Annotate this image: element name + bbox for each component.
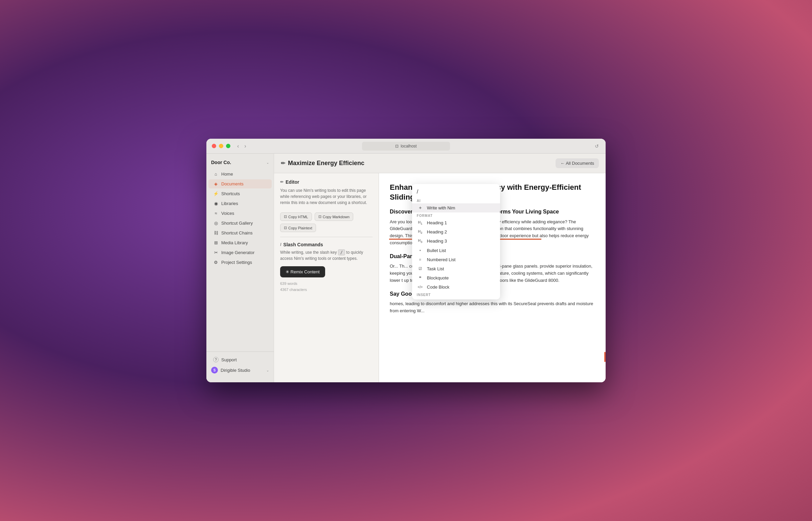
sidebar-item-label: Media Library <box>221 240 248 245</box>
url-text: localhost <box>401 144 416 149</box>
editor-panel: ✏ Editor You can use Nim's writing tools… <box>274 173 379 382</box>
sidebar-item-image-generator[interactable]: ✂ Image Generator <box>208 248 272 257</box>
user-chevron-icon: ⌄ <box>266 368 269 372</box>
dropdown-item-heading-3[interactable]: H3 Heading 3 <box>412 236 500 246</box>
write-nim-icon: ✦ <box>417 206 424 210</box>
workspace-name: Door Co. <box>211 160 231 165</box>
numbered-list-icon: ≡ <box>417 257 424 262</box>
dropdown-item-numbered-list[interactable]: ≡ Numbered List <box>412 255 500 264</box>
slash-dropdown-overlay: / AI ✦ Write with Nim FORMAT H1 Heading … <box>412 184 500 299</box>
dropdown-item-bullet-list[interactable]: • Bullet List <box>412 246 500 255</box>
avatar: S <box>211 367 218 373</box>
back-button[interactable]: ‹ <box>236 142 240 150</box>
slash-input[interactable]: / <box>412 186 500 198</box>
sidebar-item-label: Home <box>221 172 233 177</box>
word-count: 639 words 4367 characters <box>280 281 373 293</box>
copy-plaintext-button[interactable]: ⊡ Copy Plaintext <box>280 224 316 232</box>
edit-icon: ✏ <box>281 160 285 166</box>
main-area: ✏ Maximize Energy Efficienc ← All Docume… <box>274 154 606 382</box>
workspace-header[interactable]: Door Co. ⌄ <box>206 158 274 169</box>
shortcut-chains-icon: ⛓ <box>213 230 219 235</box>
code-block-icon: </> <box>417 285 424 289</box>
copy-markdown-button[interactable]: ⊡ Copy Markdown <box>315 212 353 221</box>
editor-title-icon: ✏ <box>280 180 284 184</box>
home-icon: ⌂ <box>213 172 219 177</box>
minimize-button[interactable] <box>219 144 223 148</box>
sidebar-item-shortcut-gallery[interactable]: ◎ Shortcut Gallery <box>208 219 272 228</box>
dropdown-item-write-with-nim[interactable]: ✦ Write with Nim <box>412 203 500 212</box>
dropdown-item-heading-1[interactable]: H1 Heading 1 <box>412 218 500 227</box>
workspace-chevron-icon: ⌄ <box>266 161 269 164</box>
editor-title: ✏ Editor <box>280 179 373 185</box>
doc-title: ✏ Maximize Energy Efficienc <box>281 160 364 167</box>
dropdown-item-heading-2[interactable]: H2 Heading 2 <box>412 227 500 236</box>
doc-header: ✏ Maximize Energy Efficienc ← All Docume… <box>274 154 606 173</box>
voices-icon: ≈ <box>213 211 219 216</box>
monitor-icon: ⊡ <box>395 144 399 149</box>
sidebar-item-label: Shortcuts <box>221 191 240 196</box>
app-body: Door Co. ⌄ ⌂ Home ◈ Documents ⚡ Shortcut… <box>206 154 606 382</box>
char-count-text: 4367 characters <box>280 287 373 293</box>
documents-icon: ◈ <box>213 181 219 186</box>
support-label: Support <box>221 357 237 362</box>
sidebar-item-project-settings[interactable]: ⚙ Project Settings <box>208 258 272 267</box>
sidebar-item-shortcuts[interactable]: ⚡ Shortcuts <box>208 189 272 198</box>
editor-section: ✏ Editor You can use Nim's writing tools… <box>280 179 373 206</box>
address-bar[interactable]: ⊡ localhost <box>362 142 450 151</box>
media-library-icon: ⊞ <box>213 240 219 245</box>
content-paragraph-3: homes, leading to discomfort and higher … <box>390 300 595 315</box>
h1-icon: H1 <box>417 220 424 225</box>
sidebar-item-label: Shortcut Gallery <box>221 221 253 226</box>
copy-markdown-icon: ⊡ <box>318 214 321 219</box>
slash-dropdown: / AI ✦ Write with Nim FORMAT H1 Heading … <box>412 184 500 299</box>
dropdown-item-task-list[interactable]: ☑ Task List <box>412 264 500 273</box>
nav-arrows: ‹ › <box>236 142 248 150</box>
sidebar-item-voices[interactable]: ≈ Voices <box>208 209 272 218</box>
dropdown-item-blockquote[interactable]: ❝ Blockquote <box>412 273 500 282</box>
all-documents-button[interactable]: ← All Documents <box>556 158 599 168</box>
doc-body: ✏ Editor You can use Nim's writing tools… <box>274 173 606 382</box>
bullet-icon: • <box>417 248 424 253</box>
task-list-icon: ☑ <box>417 267 424 271</box>
user-name: Dirigible Studio <box>221 368 250 373</box>
dropdown-category-format: FORMAT <box>412 212 500 218</box>
sidebar-item-label: Project Settings <box>221 260 252 265</box>
dropdown-item-code-block[interactable]: </> Code Block <box>412 282 500 292</box>
shortcut-gallery-icon: ◎ <box>213 221 219 226</box>
content-panel: Enhance Your Home's Efficiency with Ener… <box>379 173 606 382</box>
sidebar-item-home[interactable]: ⌂ Home <box>208 169 272 179</box>
refresh-button[interactable]: ↺ <box>595 143 599 149</box>
sidebar-bottom: ? Support S Dirigible Studio ⌄ <box>206 352 274 378</box>
editor-description: You can use Nim's writing tools to edit … <box>280 187 373 206</box>
dropdown-category-insert: INSERT <box>412 292 500 297</box>
remix-content-button[interactable]: ✳ Remix Content <box>280 266 325 277</box>
forward-button[interactable]: › <box>243 142 247 150</box>
titlebar: ‹ › ⊡ localhost ↺ <box>206 139 606 154</box>
sidebar-item-media-library[interactable]: ⊞ Media Library <box>208 238 272 247</box>
sidebar: Door Co. ⌄ ⌂ Home ◈ Documents ⚡ Shortcut… <box>206 154 274 382</box>
support-icon: ? <box>213 357 219 362</box>
sidebar-item-libraries[interactable]: ◉ Libraries <box>208 199 272 208</box>
copy-html-button[interactable]: ⊡ Copy HTML <box>280 212 312 221</box>
shortcuts-icon: ⚡ <box>213 191 219 196</box>
scrollbar-thumb[interactable] <box>604 352 606 362</box>
sidebar-item-shortcut-chains[interactable]: ⛓ Shortcut Chains <box>208 228 272 237</box>
sidebar-item-label: Libraries <box>221 201 238 206</box>
h3-icon: H3 <box>417 239 424 244</box>
close-button[interactable] <box>212 144 216 148</box>
sidebar-item-label: Shortcut Chains <box>221 230 253 235</box>
sidebar-item-documents[interactable]: ◈ Documents <box>208 179 272 188</box>
blockquote-icon: ❝ <box>417 275 424 280</box>
copy-plaintext-icon: ⊡ <box>284 226 287 230</box>
traffic-lights <box>212 144 230 148</box>
sidebar-item-label: Documents <box>221 181 244 186</box>
user-item[interactable]: S Dirigible Studio ⌄ <box>206 365 274 376</box>
slash-description: While writing, use the slash key / to qu… <box>280 249 373 262</box>
copy-buttons-row: ⊡ Copy HTML ⊡ Copy Markdown <box>280 212 373 221</box>
slash-key: / <box>338 249 345 255</box>
fullscreen-button[interactable] <box>226 144 230 148</box>
support-item[interactable]: ? Support <box>208 355 272 364</box>
divider <box>280 237 373 237</box>
sidebar-item-label: Voices <box>221 211 234 216</box>
copy-plaintext-row: ⊡ Copy Plaintext <box>280 224 373 232</box>
